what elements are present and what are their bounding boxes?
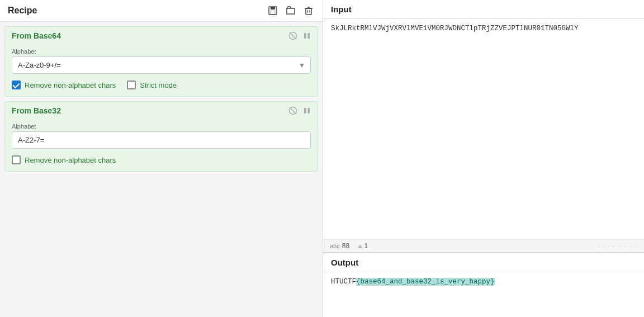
svg-rect-3 bbox=[271, 11, 274, 14]
op-header-icons-base32 bbox=[288, 106, 311, 115]
checkbox-row-base64: Remove non-alphabet chars Strict mode bbox=[12, 81, 311, 89]
char-count-value: 88 bbox=[342, 242, 349, 250]
left-panel: Recipe bbox=[0, 0, 323, 317]
delete-icon[interactable] bbox=[302, 4, 315, 17]
remove-nonalpha-base64[interactable]: Remove non-alphabet chars bbox=[12, 81, 116, 89]
svg-rect-15 bbox=[304, 108, 306, 113]
strict-mode-checkbox-base64[interactable] bbox=[127, 81, 136, 89]
open-folder-icon[interactable] bbox=[285, 4, 297, 17]
recipe-body: From Base64 bbox=[0, 22, 323, 317]
output-plain-text: HTUCTF bbox=[331, 278, 356, 286]
svg-rect-16 bbox=[308, 108, 310, 113]
svg-rect-12 bbox=[308, 33, 310, 39]
disable-icon-base32[interactable] bbox=[288, 106, 297, 115]
input-section-header: Input bbox=[323, 0, 644, 19]
alphabet-input-base32[interactable]: A-Z2-7= bbox=[12, 131, 311, 149]
strict-mode-label-base64: Strict mode bbox=[140, 81, 177, 89]
remove-nonalpha-base32[interactable]: Remove non-alphabet chars bbox=[12, 155, 116, 164]
input-status-bar: abc 88 ≡ 1 · · · · · · · · bbox=[323, 239, 644, 253]
output-text-area[interactable]: HTUCTF{base64_and_base32_is_very_happy} bbox=[323, 272, 644, 317]
from-base32-card: From Base32 bbox=[4, 101, 318, 172]
disable-icon-base64[interactable] bbox=[288, 31, 297, 40]
input-text-area[interactable]: SkJLRktRMlVJWjVXRVlMVE1VM0RJWDNCTlpTRjZZ… bbox=[323, 19, 644, 239]
alphabet-select-base64[interactable]: A-Za-z0-9+/= bbox=[12, 56, 311, 74]
line-count-value: 1 bbox=[364, 242, 368, 250]
drag-handle[interactable]: · · · · · · · · bbox=[597, 243, 637, 249]
pause-icon-base64[interactable] bbox=[303, 32, 311, 40]
lines-icon: ≡ bbox=[358, 243, 362, 249]
from-base32-header: From Base32 bbox=[5, 102, 318, 120]
input-section: Input SkJLRktRMlVJWjVXRVlMVE1VM0RJWDNCTl… bbox=[323, 0, 644, 253]
line-count-status: ≡ 1 bbox=[358, 242, 368, 250]
from-base32-body: Alphabet A-Z2-7= Remove non-alphabet cha… bbox=[5, 120, 318, 171]
abc-icon: abc bbox=[330, 243, 340, 249]
alphabet-label-base32: Alphabet bbox=[12, 123, 311, 130]
from-base64-header: From Base64 bbox=[5, 27, 318, 45]
header-icons bbox=[267, 4, 315, 17]
remove-nonalpha-checkbox-base32[interactable] bbox=[12, 155, 21, 164]
output-highlight-text: {base64_and_base32_is_very_happy} bbox=[356, 278, 495, 286]
remove-nonalpha-checkbox-base64[interactable] bbox=[12, 81, 21, 89]
from-base64-title: From Base64 bbox=[12, 31, 61, 40]
from-base64-card: From Base64 bbox=[4, 26, 318, 97]
remove-nonalpha-label-base64: Remove non-alphabet chars bbox=[25, 81, 116, 89]
alphabet-select-wrap-base64: A-Za-z0-9+/= ▼ bbox=[12, 56, 311, 74]
char-count-status: abc 88 bbox=[330, 242, 349, 250]
from-base32-title: From Base32 bbox=[12, 106, 61, 115]
svg-rect-4 bbox=[306, 8, 311, 15]
strict-mode-base64[interactable]: Strict mode bbox=[127, 81, 177, 89]
remove-nonalpha-label-base32: Remove non-alphabet chars bbox=[25, 156, 116, 164]
svg-rect-11 bbox=[304, 33, 306, 39]
recipe-title: Recipe bbox=[8, 6, 37, 16]
from-base64-body: Alphabet A-Za-z0-9+/= ▼ Remove non-alpha… bbox=[5, 45, 318, 96]
alphabet-label-base64: Alphabet bbox=[12, 48, 311, 55]
pause-icon-base32[interactable] bbox=[303, 107, 311, 115]
right-panel: Input SkJLRktRMlVJWjVXRVlMVE1VM0RJWDNCTl… bbox=[323, 0, 644, 317]
svg-rect-1 bbox=[271, 7, 275, 10]
output-section: Output HTUCTF{base64_and_base32_is_very_… bbox=[323, 253, 644, 317]
op-header-icons-base64 bbox=[288, 31, 311, 40]
recipe-header: Recipe bbox=[0, 0, 323, 22]
checkbox-row-base32: Remove non-alphabet chars bbox=[12, 155, 311, 164]
output-section-header: Output bbox=[323, 253, 644, 272]
save-icon[interactable] bbox=[267, 4, 279, 17]
